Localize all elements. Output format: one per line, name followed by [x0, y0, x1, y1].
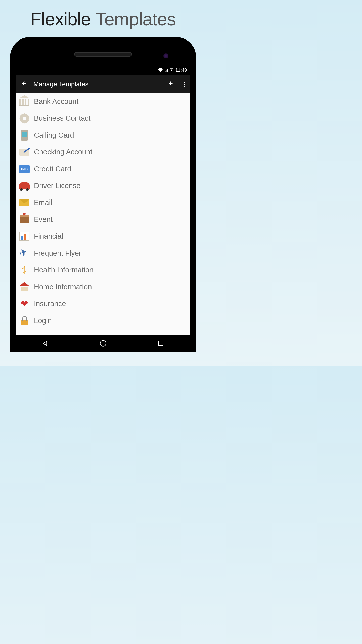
plane-icon [19, 248, 30, 259]
list-item[interactable]: Frequent Flyer [16, 245, 190, 262]
back-button[interactable] [21, 80, 27, 88]
bar-chart-icon [19, 231, 30, 242]
list-item-label: Financial [34, 232, 63, 240]
list-item-label: Frequent Flyer [34, 249, 81, 257]
svg-rect-3 [159, 341, 163, 346]
list-item[interactable]: Home Information [16, 278, 190, 295]
list-item[interactable]: Health Information [16, 262, 190, 278]
phone-camera [163, 53, 168, 58]
list-item-label: Driver License [34, 182, 80, 190]
svg-point-2 [100, 340, 106, 346]
templates-list[interactable]: Bank Account Business Contact Calling Ca… [16, 93, 190, 335]
house-icon [19, 281, 30, 293]
list-item-label: Login [34, 316, 52, 325]
caduceus-icon [19, 265, 30, 276]
cake-icon [19, 214, 30, 225]
android-nav-bar [16, 335, 190, 352]
list-item-label: Insurance [34, 300, 66, 308]
list-item-label: Email [34, 198, 52, 207]
check-pen-icon [19, 147, 30, 158]
list-item[interactable]: Checking Account [16, 144, 190, 160]
more-button[interactable] [184, 82, 185, 87]
status-bar: 11:49 [16, 65, 190, 75]
list-item[interactable]: Bank Account [16, 93, 190, 110]
marketing-title: Flexible Templates [0, 0, 206, 29]
app-bar: Manage Templates [16, 75, 190, 93]
battery-charging-icon [170, 68, 173, 72]
gear-icon [19, 113, 30, 124]
list-item[interactable]: AMEX Credit Card [16, 160, 190, 177]
wifi-icon [158, 68, 163, 72]
list-item-label: Health Information [34, 266, 94, 274]
list-item[interactable]: Event [16, 211, 190, 228]
envelope-icon [19, 197, 30, 208]
add-button[interactable] [167, 80, 174, 88]
bank-icon [19, 96, 30, 107]
list-item[interactable]: Insurance [16, 295, 190, 312]
list-item[interactable]: Business Contact [16, 110, 190, 127]
phone-frame: 11:49 Manage Templates Bank Account [10, 37, 196, 352]
list-item-label: Bank Account [34, 97, 78, 106]
list-item-label: Credit Card [34, 165, 71, 173]
phone-speaker [74, 52, 132, 57]
nav-recent-button[interactable] [156, 339, 165, 348]
list-item-label: Business Contact [34, 114, 91, 123]
phone-device-icon [19, 130, 30, 141]
svg-rect-1 [171, 68, 172, 68]
car-icon [19, 180, 30, 191]
amex-card-icon: AMEX [19, 164, 30, 175]
plus-icon [167, 80, 174, 87]
padlock-icon [19, 315, 30, 326]
list-item-label: Calling Card [34, 131, 74, 139]
circle-home-icon [100, 340, 107, 347]
list-item-label: Checking Account [34, 148, 92, 156]
square-recent-icon [158, 340, 164, 346]
list-item[interactable]: Calling Card [16, 127, 190, 144]
signal-icon [164, 68, 168, 72]
list-item[interactable]: Financial [16, 228, 190, 245]
arrow-left-icon [21, 80, 27, 87]
heart-pulse-icon [19, 298, 30, 309]
triangle-back-icon [42, 340, 49, 347]
more-vert-icon [184, 82, 185, 83]
app-bar-title: Manage Templates [33, 80, 161, 88]
list-item[interactable]: Email [16, 194, 190, 211]
list-item-label: Home Information [34, 283, 92, 291]
marketing-title-light: Templates [96, 9, 176, 29]
marketing-title-bold: Flexible [30, 9, 91, 29]
phone-screen: 11:49 Manage Templates Bank Account [16, 65, 190, 352]
list-item[interactable]: Login [16, 312, 190, 329]
list-item-label: Event [34, 215, 53, 224]
list-item[interactable]: Driver License [16, 177, 190, 194]
status-time: 11:49 [175, 68, 187, 73]
nav-back-button[interactable] [41, 339, 50, 348]
nav-home-button[interactable] [99, 339, 108, 348]
